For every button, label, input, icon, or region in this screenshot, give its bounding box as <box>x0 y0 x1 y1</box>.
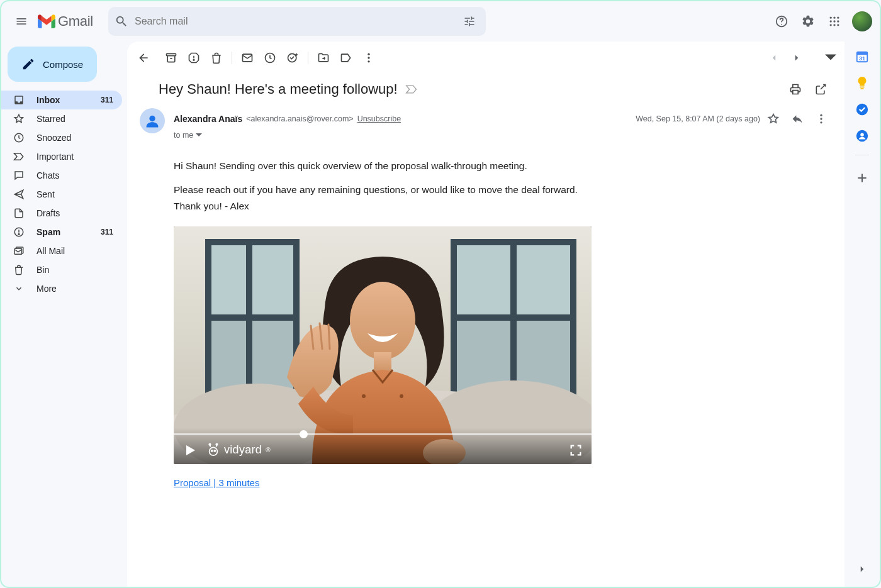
nav-label: All Mail <box>36 246 65 256</box>
more-vert-icon <box>362 52 375 64</box>
nav-label: Spam <box>36 227 60 237</box>
open-new-window-button[interactable] <box>809 78 832 101</box>
star-outline-icon <box>767 113 780 125</box>
snooze-button[interactable] <box>259 47 281 69</box>
svg-point-54 <box>214 450 215 452</box>
print-button[interactable] <box>784 78 807 101</box>
svg-point-29 <box>820 121 822 123</box>
hamburger-icon <box>15 15 28 28</box>
sender-address: <alexandra.anais@rover.com> <box>246 114 353 123</box>
video-progress-knob[interactable] <box>300 430 308 438</box>
move-to-button[interactable] <box>312 47 335 69</box>
draft-icon <box>13 207 25 219</box>
nav-count: 311 <box>101 96 113 104</box>
play-icon[interactable] <box>182 443 198 458</box>
archive-button[interactable] <box>160 47 182 69</box>
search-options-button[interactable] <box>457 9 482 34</box>
account-avatar[interactable] <box>852 11 872 31</box>
nav-label: Inbox <box>36 95 60 105</box>
svg-point-8 <box>830 24 832 26</box>
calendar-addon[interactable]: 31 <box>855 49 870 64</box>
reply-icon <box>791 113 804 125</box>
nav-item-sent[interactable]: Sent <box>1 185 122 204</box>
labels-button[interactable] <box>335 47 357 69</box>
important-marker[interactable] <box>405 84 418 94</box>
nav-label: More <box>36 284 57 294</box>
add-task-button[interactable] <box>281 47 304 69</box>
svg-point-62 <box>860 133 864 136</box>
task-add-icon <box>286 52 299 64</box>
svg-point-19 <box>193 60 194 61</box>
allmail-icon <box>13 245 25 257</box>
nav-item-spam[interactable]: Spam311 <box>1 223 122 241</box>
report-spam-button[interactable] <box>182 47 205 69</box>
reply-button[interactable] <box>787 108 808 130</box>
nav-item-drafts[interactable]: Drafts <box>1 204 122 223</box>
nav-item-inbox[interactable]: Inbox311 <box>1 91 122 109</box>
email-date: Wed, Sep 15, 8:07 AM (2 days ago) <box>636 114 760 123</box>
more-vert-icon <box>815 113 828 125</box>
get-addons-button[interactable] <box>855 170 870 186</box>
input-tools-button[interactable] <box>819 47 842 69</box>
nav-item-important[interactable]: Important <box>1 147 122 166</box>
video-progress-bar[interactable] <box>174 433 592 435</box>
nav-label: Drafts <box>36 208 60 218</box>
newer-button[interactable] <box>785 47 808 69</box>
nav-item-all-mail[interactable]: All Mail <box>1 241 122 260</box>
mark-unread-button[interactable] <box>236 47 259 69</box>
tasks-addon[interactable] <box>855 102 870 117</box>
nav-count: 311 <box>101 228 113 236</box>
chevron-right-icon <box>791 52 802 64</box>
pencil-icon <box>21 57 35 71</box>
unsubscribe-link[interactable]: Unsubscribe <box>357 114 401 123</box>
sender-avatar[interactable] <box>140 108 165 133</box>
more-button[interactable] <box>357 47 380 69</box>
settings-button[interactable] <box>795 9 821 34</box>
recipient-line[interactable]: to me <box>174 131 832 140</box>
back-button[interactable] <box>132 47 155 69</box>
gmail-logo[interactable]: Gmail <box>38 13 93 30</box>
compose-button[interactable]: Compose <box>8 47 97 82</box>
expand-recipients-icon <box>196 133 202 137</box>
main-menu-button[interactable] <box>9 9 34 34</box>
chevron-right-icon <box>856 563 868 575</box>
clock-icon <box>13 131 25 144</box>
svg-point-23 <box>368 53 369 55</box>
video-embed[interactable]: vidyard® <box>174 226 592 464</box>
google-apps-button[interactable] <box>822 9 847 34</box>
nav-item-starred[interactable]: Starred <box>1 109 122 128</box>
delete-button[interactable] <box>205 47 228 69</box>
search-icon <box>115 14 128 28</box>
search-bar[interactable] <box>108 7 486 36</box>
svg-point-27 <box>820 114 822 116</box>
gmail-logo-icon <box>38 14 55 28</box>
svg-point-24 <box>368 57 369 58</box>
folder-move-icon <box>317 52 330 64</box>
nav-item-more[interactable]: More <box>1 279 122 298</box>
older-button[interactable] <box>763 47 785 69</box>
hide-side-panel-button[interactable] <box>850 557 875 582</box>
star-button[interactable] <box>763 108 784 130</box>
apps-grid-icon <box>828 15 841 28</box>
nav-item-chats[interactable]: Chats <box>1 166 122 185</box>
nav-item-bin[interactable]: Bin <box>1 260 122 279</box>
svg-point-2 <box>830 17 832 19</box>
fullscreen-icon[interactable] <box>569 443 583 457</box>
support-button[interactable] <box>769 9 794 34</box>
contacts-addon[interactable] <box>855 128 870 143</box>
clock-icon <box>264 52 276 64</box>
sidebar: Compose Inbox311StarredSnoozedImportantC… <box>1 42 127 587</box>
search-input[interactable] <box>128 15 457 28</box>
help-icon <box>775 14 788 28</box>
svg-rect-33 <box>252 245 293 314</box>
svg-rect-44 <box>374 352 391 371</box>
video-title-link[interactable]: Proposal | 3 minutes <box>174 477 259 488</box>
body-paragraph: Hi Shaun! Sending over this quick overvi… <box>174 158 778 174</box>
message-more-button[interactable] <box>811 108 832 130</box>
caret-down-icon <box>825 52 836 64</box>
important-icon <box>13 150 25 163</box>
keep-addon[interactable] <box>855 75 870 91</box>
nav-item-snoozed[interactable]: Snoozed <box>1 128 122 147</box>
svg-point-7 <box>837 20 839 22</box>
svg-text:31: 31 <box>859 55 865 62</box>
